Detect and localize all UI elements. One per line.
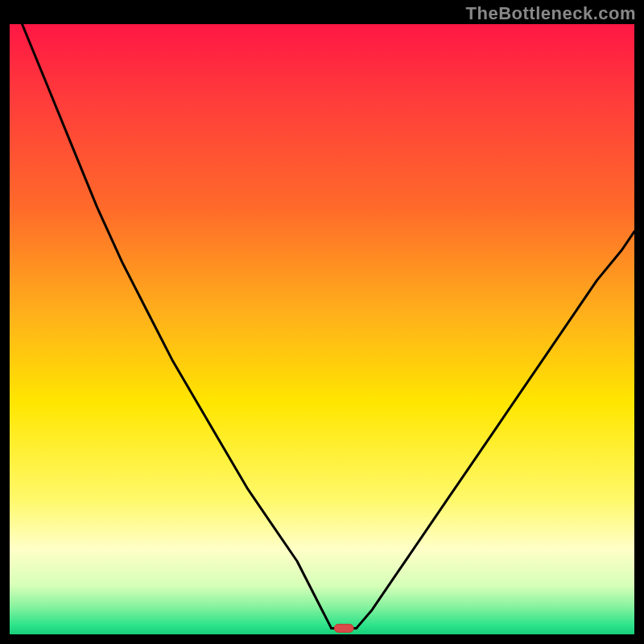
- watermark-text: TheBottleneck.com: [466, 3, 636, 24]
- plot-area: [10, 24, 634, 634]
- gradient-background: [10, 24, 634, 634]
- optimum-marker: [334, 624, 353, 632]
- plot-svg: [10, 24, 634, 634]
- chart-stage: TheBottleneck.com: [0, 0, 644, 644]
